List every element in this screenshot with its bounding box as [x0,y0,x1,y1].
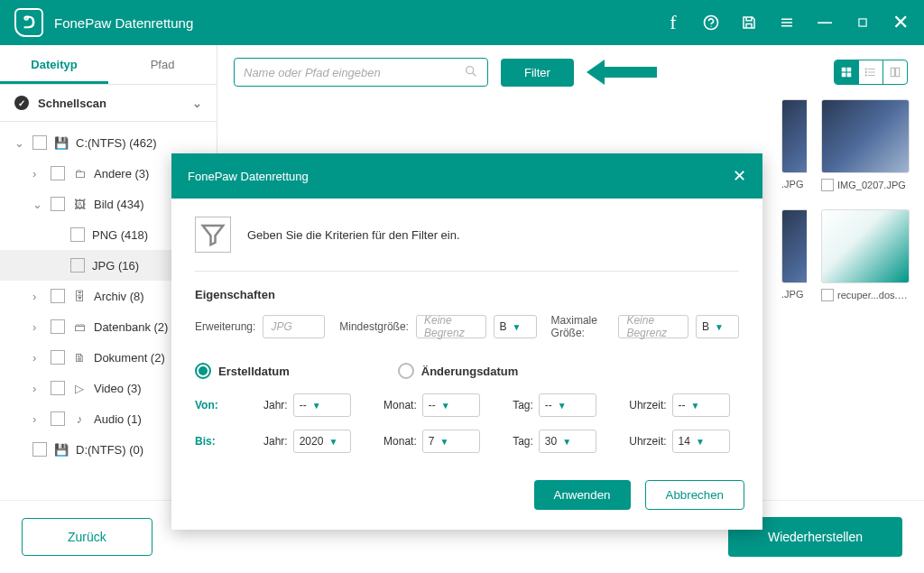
minimize-icon[interactable]: ─ [816,14,834,32]
quickscan-label: Schnellscan [38,97,106,110]
thumb-card[interactable]: recuper...dos.jpg [821,209,908,301]
to-label: Bis: [195,435,240,448]
chevron-down-icon: ⌄ [192,97,202,110]
chevron-down-icon: ▼ [328,437,337,447]
chevron-down-icon: ▼ [439,437,448,447]
thumb-label: .JPG [781,179,803,189]
tab-path[interactable]: Pfad [108,45,217,84]
search-input[interactable]: Name oder Pfad eingeben [234,58,488,87]
titlebar: ᕤ FonePaw Datenrettung f ─ ✕ [0,0,924,45]
thumb-checkbox[interactable] [821,179,834,191]
minsize-label: Mindestgröße: [339,320,409,333]
cancel-button[interactable]: Abbrechen [645,480,744,510]
minsize-input[interactable]: Keine Begrenz [416,315,486,338]
folder-icon: 🗃 [72,319,87,334]
folder-icon: 🗀 [72,166,87,180]
back-button[interactable]: Zurück [22,518,152,556]
search-icon [464,64,478,81]
folder-icon: 🗄 [72,289,87,303]
image-thumb [821,99,910,173]
thumb-checkbox[interactable] [821,289,834,301]
svg-point-1 [710,26,711,27]
chevron-down-icon: ▼ [513,322,522,332]
facebook-icon[interactable]: f [664,14,682,32]
tab-filetype[interactable]: Dateityp [0,45,108,84]
svg-point-10 [865,75,866,76]
to-month-select[interactable]: 7▼ [422,430,480,453]
tree-checkbox[interactable] [51,319,65,334]
view-grid-icon[interactable] [835,60,859,84]
tree-label: Datenbank (2) [94,320,168,334]
filter-button[interactable]: Filter [501,59,574,87]
close-icon[interactable]: ✕ [733,166,746,186]
close-icon[interactable]: ✕ [892,14,910,32]
radio-modified[interactable]: Änderungsdatum [398,363,519,379]
from-year-select[interactable]: --▼ [293,393,351,417]
maxsize-label: Maximale Größe: [551,314,612,339]
chevron-icon: › [32,320,43,334]
svg-rect-11 [891,68,894,76]
tree-checkbox[interactable] [51,166,65,180]
svg-rect-12 [896,68,900,76]
tree-label: Archiv (8) [94,290,144,303]
view-detail-icon[interactable] [883,60,907,84]
ext-input[interactable]: JPG [263,315,325,338]
tree-label: Andere (3) [94,167,149,180]
from-label: Von: [195,399,240,411]
properties-heading: Eigenschaften [195,288,739,301]
maxsize-unit-select[interactable]: B▼ [696,315,739,338]
app-title: FonePaw Datenrettung [54,15,193,31]
radio-created[interactable]: Erstelldatum [195,363,290,379]
tree-label: Audio (1) [94,412,142,426]
toolbar: Name oder Pfad eingeben Filter [217,45,924,99]
tree-checkbox[interactable] [32,135,47,150]
svg-point-3 [467,66,474,73]
svg-rect-6 [842,73,846,78]
folder-icon: ♪ [72,411,87,426]
tree-checkbox[interactable] [51,381,65,395]
thumb-card[interactable]: .JPG [781,99,807,191]
tree-label: Bild (434) [94,198,144,211]
tree-label: Video (3) [94,382,142,395]
minsize-unit-select[interactable]: B▼ [494,315,537,338]
help-icon[interactable] [702,14,720,32]
tree-checkbox[interactable] [51,350,65,365]
from-day-select[interactable]: --▼ [539,393,596,417]
svg-rect-7 [847,73,852,78]
maximize-icon[interactable] [854,14,872,32]
tree-label: Dokument (2) [94,351,165,365]
thumb-card[interactable]: IMG_0207.JPG [821,99,908,191]
radio-dot-icon [398,363,414,379]
modal-subtitle: Geben Sie die Kriterien für den Filter e… [247,228,460,242]
chevron-icon: › [32,382,43,395]
tree-checkbox[interactable] [70,258,85,273]
tree-checkbox[interactable] [32,442,47,457]
view-list-icon[interactable] [859,60,883,84]
from-month-select[interactable]: --▼ [422,393,480,417]
menu-icon[interactable] [778,14,796,32]
tree-checkbox[interactable] [70,227,85,242]
apply-button[interactable]: Anwenden [534,480,631,510]
to-year-select[interactable]: 2020▼ [293,430,351,453]
tree-checkbox[interactable] [51,197,65,211]
save-icon[interactable] [740,14,758,32]
from-time-select[interactable]: --▼ [672,393,730,417]
radio-dot-icon [195,363,211,379]
chevron-down-icon: ▼ [696,437,705,447]
svg-rect-2 [859,19,866,26]
to-time-select[interactable]: 14▼ [672,430,730,453]
quickscan-header[interactable]: ✓ Schnellscan ⌄ [0,85,217,122]
funnel-icon [195,217,231,253]
folder-icon: 💾 [54,442,69,457]
tree-checkbox[interactable] [51,289,65,303]
to-day-select[interactable]: 30▼ [539,430,596,453]
chevron-down-icon: ▼ [691,401,700,411]
folder-icon: 🗎 [72,350,87,365]
ext-label: Erweiterung: [195,320,255,333]
svg-point-8 [865,69,866,69]
tree-checkbox[interactable] [51,411,65,426]
thumb-card[interactable]: .JPG [781,209,807,301]
maxsize-input[interactable]: Keine Begrenz [618,315,688,338]
svg-rect-5 [847,68,852,72]
image-thumb [821,209,910,283]
